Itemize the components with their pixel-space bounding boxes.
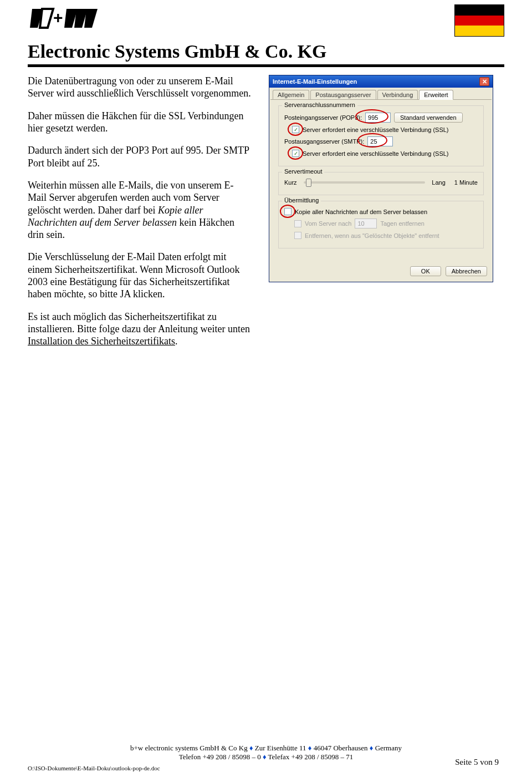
timeout-slider[interactable] — [304, 181, 426, 184]
doc-path: O:\ISO-Dokumente\E-Mail-Doku\outlook-pop… — [28, 765, 160, 771]
tab-allgemein[interactable]: Allgemein — [273, 90, 309, 99]
close-icon[interactable]: ✕ — [479, 77, 489, 86]
page-footer: b+w electronic systems GmbH & Co Kg ♦ Zu… — [0, 744, 532, 761]
tab-verbindung[interactable]: Verbindung — [377, 90, 418, 99]
remove-after-days — [355, 219, 377, 228]
tab-erweitert[interactable]: Erweitert — [419, 90, 453, 100]
group-ports-title: Serveranschlussnummern — [282, 101, 357, 108]
smtp-label: Postausgangsserver (SMTP): — [284, 138, 364, 145]
smtp-port-input[interactable] — [367, 136, 393, 146]
ssl-smtp-checkbox[interactable]: ✓ — [292, 150, 299, 157]
company-heading: Electronic Systems GmbH & Co. KG — [28, 41, 504, 62]
keep-copy-label: Kopie aller Nachrichten auf dem Server b… — [295, 209, 427, 215]
keep-copy-checkbox[interactable] — [284, 208, 291, 215]
timeout-value: 1 Minute — [454, 179, 478, 186]
cancel-button[interactable]: Abbrechen — [446, 266, 487, 276]
remove-after-label-a: Vom Server nach — [305, 220, 351, 227]
pop3-label: Posteingangsserver (POP3): — [284, 114, 362, 121]
ok-button[interactable]: OK — [410, 266, 441, 276]
paragraph-6: Es ist auch möglich das Sicherheitszerti… — [28, 311, 252, 348]
ssl-pop3-checkbox[interactable]: ✓ — [292, 126, 299, 133]
remove-after-label-b: Tagen entfernen — [380, 220, 424, 227]
timeout-long: Lang — [432, 179, 445, 186]
divider — [28, 64, 504, 67]
svg-text:+: + — [53, 8, 63, 27]
page-number: Seite 5 von 9 — [455, 758, 499, 767]
pop3-port-input[interactable] — [365, 113, 391, 123]
group-timeout-title: Servertimeout — [282, 168, 324, 175]
paragraph-1: Die Datenübertragung von oder zu unserem… — [28, 75, 252, 100]
remove-deleted-label: Entfernen, wenn aus "Gelöschte Objekte" … — [305, 232, 439, 239]
email-settings-dialog: Internet-E-Mail-Einstellungen ✕ Allgemei… — [269, 75, 493, 282]
paragraph-2: Daher müssen die Häkchen für die SSL Ver… — [28, 110, 252, 135]
german-flag — [454, 4, 504, 37]
ssl-smtp-label: Server erfordert eine verschlüsselte Ver… — [303, 150, 449, 157]
paragraph-5: Die Verschlüsselung der E-Mail Daten erf… — [28, 251, 252, 300]
remove-after-checkbox — [294, 220, 301, 227]
timeout-short: Kurz — [284, 179, 297, 186]
default-button[interactable]: Standard verwenden — [394, 113, 463, 123]
remove-deleted-checkbox — [294, 232, 301, 239]
company-logo: + — [28, 4, 100, 38]
dialog-title: Internet-E-Mail-Einstellungen — [273, 78, 357, 85]
paragraph-3: Dadurch ändert sich der POP3 Port auf 99… — [28, 144, 252, 169]
tab-postausgang[interactable]: Postausgangsserver — [310, 90, 376, 99]
paragraph-4: Weiterhin müssen alle E-Mails, die von u… — [28, 179, 252, 241]
group-delivery-title: Übermittlung — [282, 197, 321, 204]
ssl-pop3-label: Server erfordert eine verschlüsselte Ver… — [303, 126, 449, 133]
